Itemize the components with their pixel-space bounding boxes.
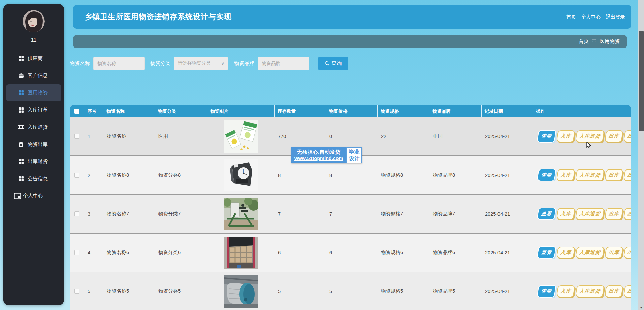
column-header-image: 物资图片 [207, 105, 275, 117]
sidebar-item-announcements[interactable]: 公告信息 [3, 170, 64, 187]
cell-stock: 6 [275, 250, 326, 255]
column-header-date: 记录日期 [482, 105, 533, 117]
name-filter-label: 物资名称 [70, 60, 90, 67]
sidebar-username: 11 [3, 37, 64, 43]
topnav-link-home[interactable]: 首页 [566, 14, 576, 20]
sidebar-item-outbound-supplies[interactable]: 物资出库 [3, 136, 64, 153]
outbound-button[interactable]: 出库 [604, 285, 623, 297]
sidebar: 11 供应商 客户信息 医用物资 入库订单 [3, 4, 64, 305]
sidebar-item-suppliers[interactable]: 供应商 [3, 50, 64, 67]
outbound-return-button[interactable]: 出库退货 [623, 247, 631, 258]
topnav-link-personal-center[interactable]: 个人中心 [581, 14, 601, 20]
outbound-button[interactable]: 出库 [604, 130, 623, 142]
view-button[interactable]: 查看 [537, 169, 556, 181]
column-header-index: 序号 [84, 105, 103, 117]
inbound-button[interactable]: 入库 [556, 130, 575, 142]
cell-name: 物资名称8 [103, 172, 155, 178]
sidebar-item-inbound-orders[interactable]: 入库订单 [3, 101, 64, 119]
grid-icon [18, 107, 24, 113]
inbound-return-button[interactable]: 入库退货 [575, 285, 605, 297]
sidebar-item-label: 物资出库 [28, 141, 48, 148]
brand-filter-input[interactable] [258, 57, 309, 70]
watermark-badge-line2: 设计 [349, 155, 359, 162]
mouse-cursor-icon [586, 142, 593, 149]
cell-brand: 物资品牌5 [429, 288, 482, 294]
category-select[interactable]: 请选择物资分类 ∨ [174, 57, 228, 70]
watermark-line1: 无须担心.自动发货 [294, 149, 343, 155]
cell-stock: 770 [275, 134, 326, 139]
column-header-brand: 物资品牌 [429, 105, 482, 117]
sidebar-item-medical-supplies[interactable]: 医用物资 [6, 84, 61, 101]
cell-brand: 物资品牌7 [429, 211, 482, 217]
inbound-button[interactable]: 入库 [556, 247, 575, 258]
view-button[interactable]: 查看 [537, 208, 556, 220]
outbound-return-button[interactable]: 出库退货 [623, 169, 631, 181]
outbound-button[interactable]: 出库 [604, 169, 623, 181]
grid-icon [18, 176, 24, 182]
outbound-return-button[interactable]: 出库退货 [623, 208, 631, 220]
outbound-button[interactable]: 出库 [604, 247, 623, 258]
cell-date: 2025-04-21 [482, 173, 533, 178]
cell-stock: 8 [275, 173, 326, 178]
cell-price: 5 [326, 289, 378, 294]
header-bar: 乡镇卫生所医用物资进销存系统设计与实现 首页 个人中心 退出登录 [73, 5, 631, 29]
inbound-return-button[interactable]: 入库退货 [575, 169, 605, 181]
inbound-return-button[interactable]: 入库退货 [575, 208, 605, 220]
outbound-button[interactable]: 出库 [604, 208, 623, 220]
watermark-badge: 毕业 设计 [346, 147, 362, 163]
cell-name: 物资名称5 [103, 288, 155, 294]
row-checkbox[interactable] [74, 289, 79, 294]
sidebar-item-personal-center[interactable]: 个人中心 [3, 187, 64, 205]
app-canvas: 11 供应商 客户信息 医用物资 入库订单 [0, 0, 644, 310]
select-all-checkbox[interactable] [74, 108, 79, 114]
inbound-button[interactable]: 入库 [556, 208, 575, 220]
name-filter-input[interactable] [93, 57, 145, 70]
vertical-scrollbar[interactable]: ▼ [638, 0, 644, 310]
cell-date: 2025-04-21 [482, 134, 533, 139]
inbound-button[interactable]: 入库 [556, 169, 575, 181]
row-checkbox[interactable] [74, 250, 79, 255]
sidebar-item-label: 供应商 [28, 55, 43, 62]
breadcrumb: 首页 三 医用物资 [73, 35, 627, 48]
sidebar-item-outbound-returns[interactable]: 出库退货 [3, 153, 64, 170]
cell-name: 物资名称 [103, 133, 155, 140]
row-checkbox[interactable] [74, 211, 79, 216]
avatar[interactable] [23, 10, 45, 32]
scrollbar-down-arrow-icon[interactable]: ▼ [638, 306, 644, 309]
row-checkbox[interactable] [74, 173, 79, 178]
table-row: 5 物资名称5 物资分类5 5 5 物资规格5 物资品牌5 [70, 272, 631, 310]
sidebar-item-customers[interactable]: 客户信息 [3, 67, 64, 84]
view-button[interactable]: 查看 [537, 246, 556, 259]
breadcrumb-home[interactable]: 首页 [579, 38, 589, 45]
cell-brand: 物资品牌8 [429, 172, 482, 178]
search-icon [325, 61, 329, 66]
window-icon [14, 193, 21, 199]
cell-category: 物资分类7 [155, 211, 207, 217]
inbound-button[interactable]: 入库 [556, 285, 575, 297]
grid-icon [18, 56, 24, 61]
scrollbar-thumb[interactable] [639, 31, 644, 131]
item-image-boiler-tank [224, 275, 258, 308]
cell-stock: 5 [275, 289, 326, 294]
outbound-return-button[interactable]: 出库退货 [623, 285, 631, 297]
vendor-watermark: 无须担心.自动发货 www.51topmind.com 毕业 设计 [291, 147, 362, 163]
column-header-name: 物资名称 [103, 105, 155, 117]
sidebar-item-inbound-returns[interactable]: 入库退货 [3, 119, 64, 136]
view-button[interactable]: 查看 [537, 130, 556, 143]
sidebar-item-label: 公告信息 [28, 176, 48, 182]
inbound-return-button[interactable]: 入库退货 [575, 130, 605, 142]
inbound-return-button[interactable]: 入库退货 [575, 247, 605, 258]
cell-category: 物资分类5 [155, 288, 207, 294]
cell-category: 物资分类8 [155, 172, 207, 178]
search-button[interactable]: 查询 [318, 57, 348, 70]
topnav-link-logout[interactable]: 退出登录 [606, 14, 625, 20]
outbound-return-button[interactable]: 出库退货 [623, 130, 631, 142]
cell-brand: 物资品牌6 [429, 249, 482, 256]
table-header-row: 序号 物资名称 物资分类 物资图片 库存数量 物资价格 物资规格 物资品牌 记录… [70, 105, 631, 117]
view-button[interactable]: 查看 [537, 285, 556, 298]
cell-brand: 中国 [429, 133, 482, 140]
cell-category: 医用 [155, 133, 207, 140]
search-button-label: 查询 [332, 60, 342, 67]
row-checkbox[interactable] [74, 134, 79, 139]
page-title: 乡镇卫生所医用物资进销存系统设计与实现 [85, 12, 232, 22]
